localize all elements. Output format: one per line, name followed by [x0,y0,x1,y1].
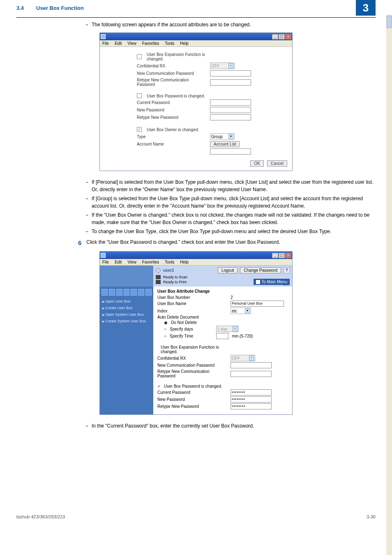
ok-button[interactable]: OK [250,160,263,166]
close-button[interactable]: × [285,34,291,39]
intro-note: The following screen appears if the acco… [92,21,251,28]
menu-tools[interactable]: Tools [165,260,174,264]
box-name-label: User Box Name [157,301,227,306]
section-number: 3.4 [16,5,24,11]
expansion-header: User Box Expansion Function is changed. [147,52,217,61]
radio-specifydays[interactable]: ○ [164,327,166,331]
type-select[interactable]: Group▾ [210,133,235,140]
days-select[interactable]: 1 day▾ [216,326,239,332]
sidebar-icon[interactable] [109,289,115,296]
minimize-button[interactable]: _ [272,34,278,39]
footer-model: bizhub 423/363/283/223 [16,514,65,519]
menu-tools[interactable]: Tools [165,41,174,46]
menu-file[interactable]: File [102,260,109,264]
menu-file[interactable]: File [102,41,109,46]
radio-specifytime[interactable]: ○ [164,334,166,338]
sidebar-icon[interactable] [101,289,108,296]
confidential-rx-select-2[interactable]: OFF▾ [231,355,255,361]
bullet-2: If [Group] is selected from the User Box… [92,195,376,210]
window-titlebar: _ ▢ × [100,252,292,259]
logout-button[interactable]: Logout [218,267,238,273]
radio-donotdelete[interactable]: ◉ [164,320,168,325]
maximize-button[interactable]: ▢ [279,34,285,39]
pwd-changed-header: User Box Password is changed. [147,94,217,98]
window-icon [101,253,106,258]
confidential-rx-select[interactable]: OFF▾ [210,62,235,69]
expansion-checkbox[interactable] [137,54,142,59]
status-scan: Ready to Scan [163,275,187,279]
type-label: Type [137,134,207,139]
retype-pwd-input-2[interactable]: •••••••• [231,403,272,409]
maximize-button[interactable]: ▢ [279,253,285,258]
auto-delete-label: Auto Delete Document [157,315,227,319]
account-list-button[interactable]: Account List [210,141,240,147]
menu-edit[interactable]: Edit [115,41,122,46]
new-comm-pwd-label: New Communication Password [137,71,207,76]
menu-help[interactable]: Help [180,41,189,46]
sidebar-icon[interactable] [116,289,122,296]
chevron-down-icon: ▾ [228,134,233,139]
specifytime-label: Specify Time [170,334,193,338]
menubar[interactable]: File Edit View Favorites Tools Help [100,259,292,266]
new-pwd-input-2[interactable]: •••••••• [231,396,272,402]
time-input[interactable] [216,333,228,339]
new-pwd-input[interactable] [210,107,251,113]
menu-view[interactable]: View [127,260,136,264]
sidebar-icon[interactable] [131,289,137,296]
current-pwd-input-2[interactable]: •••••••• [231,389,272,395]
minimize-button[interactable]: _ [272,253,278,258]
scrollbar[interactable] [386,15,392,527]
index-select[interactable]: etc▾ [231,308,251,314]
owner-changed-checkbox[interactable]: ✓ [137,127,142,132]
menubar[interactable]: File Edit View Favorites Tools Help [100,40,292,47]
expansion-header-2: User Box Expansion Function is changed. [161,345,231,354]
post-note: In the "Current Password" box, enter the… [92,422,254,430]
menu-favorites[interactable]: Favorites [142,260,159,264]
sidebar: Open User Box Create User Box Open Syste… [100,287,153,414]
sidebar-icon[interactable] [124,289,130,296]
arrow-icon: → [84,21,89,28]
section-title: User Box Function [36,5,84,11]
pwd-changed-checkbox[interactable] [137,93,142,98]
cancel-button[interactable]: Cancel [267,160,287,166]
retype-pwd-label: Retype New Password [137,115,207,120]
pwd-changed-checkbox-2[interactable]: ✓ [157,384,161,388]
current-pwd-label: Current Password [137,100,207,105]
change-password-button[interactable]: Change Password [240,267,281,273]
instruction-list: →If [Personal] is selected from the User… [84,178,376,235]
chevron-down-icon: ▾ [249,356,254,361]
menu-view[interactable]: View [127,41,136,46]
new-comm-pwd-input[interactable] [210,70,251,76]
user-icon [156,268,161,273]
box-number-value: 2 [231,295,233,300]
menu-edit[interactable]: Edit [115,260,122,264]
arrow-icon: → [84,228,89,235]
retype-comm-pwd-input[interactable] [210,79,251,86]
step-text: Click the "User Box Password is changed.… [86,239,280,245]
chevron-down-icon: ▾ [233,326,238,331]
sidebar-open-user-box[interactable]: Open User Box [101,298,152,305]
to-main-menu-button[interactable]: To Main Menu [254,279,290,285]
retype-comm-pwd-input-2[interactable] [231,371,272,377]
retype-pwd-input[interactable] [210,114,251,120]
pwd-changed-header-2: User Box Password is changed. [164,384,234,388]
bullet-1: If [Personal] is selected from the User … [92,178,376,193]
menu-favorites[interactable]: Favorites [142,41,159,46]
help-icon[interactable]: ? [284,267,290,273]
sidebar-icon[interactable] [145,289,152,296]
sidebar-create-user-box[interactable]: Create User Box [101,305,152,311]
box-name-input[interactable]: Personal User Box [231,301,284,307]
sidebar-open-system-user-box[interactable]: Open System User Box [101,311,152,318]
confidential-rx-label: Confidential RX [137,64,207,68]
arrow-icon: → [84,211,89,226]
main-heading: User Box Attribute Change [157,289,288,294]
account-name-input[interactable] [210,148,251,155]
current-pwd-input[interactable] [210,99,251,106]
donotdelete-label: Do Not Delete [171,320,197,325]
close-button[interactable]: × [285,253,291,258]
menu-help[interactable]: Help [180,260,189,264]
new-comm-pwd-input-2[interactable] [231,362,272,368]
sidebar-icon[interactable] [138,289,144,296]
retype-pwd-label-2: Retype New Password [157,404,227,409]
sidebar-create-system-user-box[interactable]: Create System User Box [101,318,152,324]
